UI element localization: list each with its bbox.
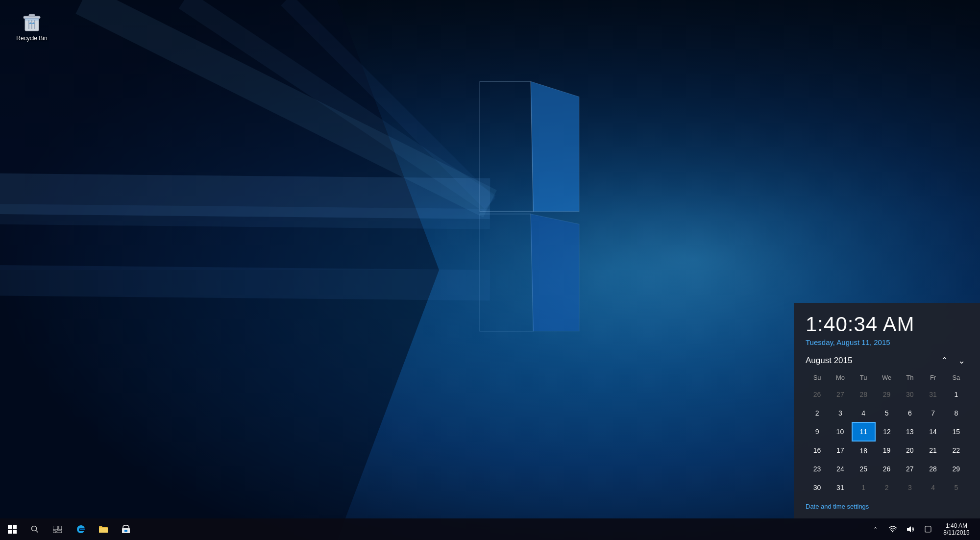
calendar-prev-button[interactable]: ⌃ xyxy=(938,355,951,366)
calendar-day-27[interactable]: 27 xyxy=(829,385,852,404)
svg-line-14 xyxy=(0,280,490,285)
tray-notifications-button[interactable] xyxy=(919,518,937,540)
calendar-day-29[interactable]: 29 xyxy=(875,385,898,404)
calendar-day-31[interactable]: 31 xyxy=(921,385,944,404)
calendar-grid: Su Mo Tu We Th Fr Sa 2627282930311234567… xyxy=(806,372,968,497)
calendar-day-16[interactable]: 16 xyxy=(806,441,829,460)
calendar-day-1[interactable]: 1 xyxy=(945,385,968,404)
calendar-day-26[interactable]: 26 xyxy=(875,460,898,478)
day-header-tu: Tu xyxy=(852,372,875,385)
taskbar-search-button[interactable] xyxy=(24,518,45,540)
calendar-day-8[interactable]: 8 xyxy=(945,404,968,422)
tray-network-button[interactable] xyxy=(884,518,902,540)
calendar-header: August 2015 ⌃ ⌄ xyxy=(806,355,968,366)
day-header-fr: Fr xyxy=(921,372,944,385)
network-icon xyxy=(889,526,897,533)
svg-rect-25 xyxy=(13,530,17,534)
calendar-day-2[interactable]: 2 xyxy=(806,404,829,422)
svg-rect-36 xyxy=(925,526,931,532)
day-header-th: Th xyxy=(898,372,921,385)
calendar-week-2: 2345678 xyxy=(806,404,968,422)
tray-expand-button[interactable]: ⌃ xyxy=(866,518,884,540)
calendar-day-30[interactable]: 30 xyxy=(898,385,921,404)
taskbar-clock[interactable]: 1:40 AM 8/11/2015 xyxy=(937,518,976,540)
taskbar: ⌃ xyxy=(0,518,980,540)
calendar-day-17[interactable]: 17 xyxy=(829,441,852,460)
taskbar-tray: ⌃ xyxy=(866,518,980,540)
calendar-day-20[interactable]: 20 xyxy=(898,441,921,460)
svg-rect-30 xyxy=(53,531,56,533)
svg-rect-17 xyxy=(29,14,35,17)
svg-marker-9 xyxy=(531,81,579,211)
calendar-body: 2627282930311234567891011121314151617181… xyxy=(806,385,968,497)
calendar-day-26[interactable]: 26 xyxy=(806,385,829,404)
store-icon xyxy=(122,525,130,534)
windows-logo-icon xyxy=(8,525,17,534)
calendar-date-full: Tuesday, August 11, 2015 xyxy=(806,338,968,346)
svg-marker-11 xyxy=(531,214,579,331)
tray-volume-button[interactable] xyxy=(902,518,919,540)
calendar-week-6: 303112345 xyxy=(806,478,968,497)
date-time-settings-link[interactable]: Date and time settings xyxy=(806,503,869,510)
calendar-day-14[interactable]: 14 xyxy=(921,422,944,441)
calendar-day-7[interactable]: 7 xyxy=(921,404,944,422)
calendar-day-6[interactable]: 6 xyxy=(898,404,921,422)
svg-rect-28 xyxy=(53,526,58,530)
edge-icon xyxy=(76,524,86,534)
task-view-button[interactable] xyxy=(45,518,70,540)
taskbar-store-button[interactable] xyxy=(115,518,137,540)
start-button[interactable] xyxy=(0,518,24,540)
taskbar-file-explorer-button[interactable] xyxy=(92,518,115,540)
taskbar-edge-button[interactable] xyxy=(70,518,92,540)
calendar-week-4: 16171819202122 xyxy=(806,441,968,460)
calendar-day-3[interactable]: 3 xyxy=(898,478,921,497)
calendar-day-5[interactable]: 5 xyxy=(945,478,968,497)
calendar-day-9[interactable]: 9 xyxy=(806,422,829,441)
day-header-mo: Mo xyxy=(829,372,852,385)
calendar-day-5[interactable]: 5 xyxy=(875,404,898,422)
calendar-day-13[interactable]: 13 xyxy=(898,422,921,441)
recycle-bin-icon[interactable]: Recycle Bin xyxy=(12,7,51,44)
search-icon xyxy=(31,525,39,533)
calendar-day-27[interactable]: 27 xyxy=(898,460,921,478)
calendar-popup: 1:40:34 AM Tuesday, August 11, 2015 Augu… xyxy=(794,303,980,518)
calendar-day-2[interactable]: 2 xyxy=(875,478,898,497)
calendar-day-18[interactable]: 18 xyxy=(852,441,875,460)
svg-marker-35 xyxy=(907,526,911,532)
calendar-week-5: 23242526272829 xyxy=(806,460,968,478)
svg-point-26 xyxy=(32,526,37,531)
calendar-day-11[interactable]: 11 xyxy=(852,422,875,441)
desktop: Recycle Bin 1:40:34 AM Tuesday, August 1… xyxy=(0,0,980,540)
day-header-su: Su xyxy=(806,372,829,385)
calendar-nav: ⌃ ⌄ xyxy=(938,355,968,366)
calendar-day-4[interactable]: 4 xyxy=(921,478,944,497)
svg-rect-21 xyxy=(25,18,39,21)
calendar-day-28[interactable]: 28 xyxy=(921,460,944,478)
calendar-day-19[interactable]: 19 xyxy=(875,441,898,460)
calendar-day-29[interactable]: 29 xyxy=(945,460,968,478)
calendar-day-4[interactable]: 4 xyxy=(852,404,875,422)
calendar-day-28[interactable]: 28 xyxy=(852,385,875,404)
calendar-day-25[interactable]: 25 xyxy=(852,460,875,478)
calendar-week-3: 9101112131415 xyxy=(806,422,968,441)
calendar-day-22[interactable]: 22 xyxy=(945,441,968,460)
svg-point-34 xyxy=(892,531,893,532)
calendar-day-3[interactable]: 3 xyxy=(829,404,852,422)
svg-rect-29 xyxy=(59,526,62,530)
calendar-day-24[interactable]: 24 xyxy=(829,460,852,478)
task-view-icon xyxy=(53,526,62,533)
calendar-day-31[interactable]: 31 xyxy=(829,478,852,497)
calendar-day-30[interactable]: 30 xyxy=(806,478,829,497)
calendar-day-10[interactable]: 10 xyxy=(829,422,852,441)
calendar-day-21[interactable]: 21 xyxy=(921,441,944,460)
calendar-day-15[interactable]: 15 xyxy=(945,422,968,441)
calendar-day-23[interactable]: 23 xyxy=(806,460,829,478)
calendar-day-1[interactable]: 1 xyxy=(852,478,875,497)
svg-rect-31 xyxy=(57,531,62,533)
calendar-week-1: 2627282930311 xyxy=(806,385,968,404)
calendar-next-button[interactable]: ⌄ xyxy=(955,355,968,366)
calendar-day-12[interactable]: 12 xyxy=(875,422,898,441)
svg-line-27 xyxy=(36,531,38,533)
day-header-sa: Sa xyxy=(945,372,968,385)
day-header-we: We xyxy=(875,372,898,385)
